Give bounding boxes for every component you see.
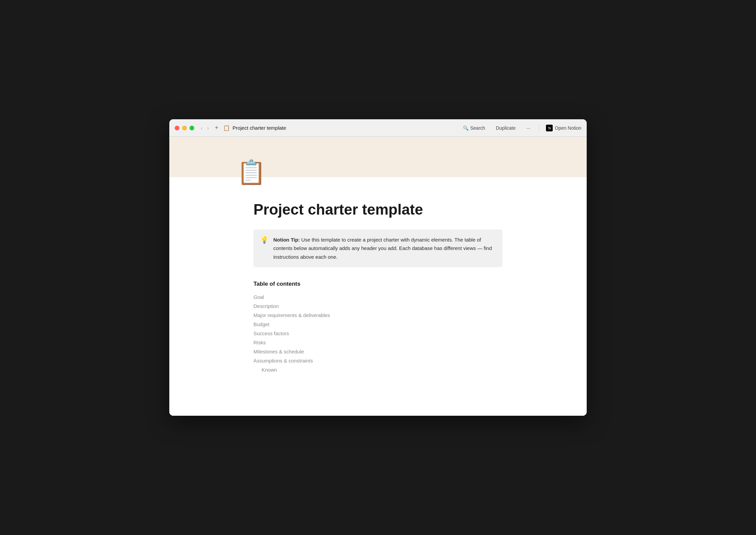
divider <box>539 125 539 131</box>
app-window: ‹ › + 📋 Project charter template 🔍 Searc… <box>169 119 587 416</box>
titlebar-actions: 🔍 Search Duplicate ··· N Open Notion <box>461 124 581 132</box>
search-label: Search <box>470 125 485 131</box>
list-item[interactable]: Description <box>253 302 503 310</box>
duplicate-button[interactable]: Duplicate <box>494 124 517 132</box>
list-item[interactable]: Milestones & schedule <box>253 347 503 356</box>
callout-block: 💡 Notion Tip: Use this template to creat… <box>253 229 503 268</box>
add-button[interactable]: + <box>213 124 220 132</box>
titlebar: ‹ › + 📋 Project charter template 🔍 Searc… <box>169 119 587 137</box>
close-button[interactable] <box>175 126 179 130</box>
cover-area: 📋 <box>169 137 587 177</box>
list-item[interactable]: Known <box>253 366 503 374</box>
page-icon-small: 📋 <box>223 125 230 131</box>
nav-buttons: ‹ › <box>200 125 210 131</box>
callout-icon: 💡 <box>260 236 269 261</box>
page-title: Project charter template <box>253 201 503 219</box>
titlebar-title: Project charter template <box>233 125 461 131</box>
callout-body: Use this template to create a project ch… <box>273 237 492 260</box>
toc-link-budget[interactable]: Budget <box>253 320 503 328</box>
duplicate-label: Duplicate <box>496 125 515 131</box>
toc-link-description[interactable]: Description <box>253 302 503 310</box>
toc-list: Goal Description Major requirements & de… <box>253 293 503 374</box>
toc-link-risks[interactable]: Risks <box>253 338 503 347</box>
page-emoji: 📋 <box>237 160 266 184</box>
toc-link-milestones[interactable]: Milestones & schedule <box>253 347 503 356</box>
toc-link-requirements[interactable]: Major requirements & deliverables <box>253 311 503 319</box>
toc-heading: Table of contents <box>253 281 503 287</box>
toc-link-goal[interactable]: Goal <box>253 293 503 301</box>
open-notion-button[interactable]: N Open Notion <box>546 125 581 131</box>
more-icon: ··· <box>526 125 530 131</box>
callout-bold: Notion Tip: <box>273 237 300 243</box>
list-item[interactable]: Goal <box>253 293 503 301</box>
list-item[interactable]: Major requirements & deliverables <box>253 311 503 319</box>
traffic-lights <box>175 126 194 130</box>
maximize-button[interactable] <box>190 126 194 130</box>
callout-text: Notion Tip: Use this template to create … <box>273 235 496 261</box>
search-button[interactable]: 🔍 Search <box>461 124 487 132</box>
notion-icon: N <box>546 125 553 131</box>
list-item[interactable]: Budget <box>253 320 503 328</box>
open-notion-label: Open Notion <box>555 125 581 131</box>
list-item[interactable]: Success factors <box>253 329 503 338</box>
toc-link-success-factors[interactable]: Success factors <box>253 329 503 338</box>
list-item[interactable]: Risks <box>253 338 503 347</box>
list-item[interactable]: Assumptions & constraints <box>253 356 503 365</box>
content-area[interactable]: 📋 Project charter template 💡 Notion Tip:… <box>169 137 587 416</box>
search-icon: 🔍 <box>463 125 469 131</box>
toc-link-known[interactable]: Known <box>253 366 503 374</box>
minimize-button[interactable] <box>182 126 187 130</box>
back-button[interactable]: ‹ <box>200 125 204 131</box>
page-content: Project charter template 💡 Notion Tip: U… <box>233 177 523 394</box>
toc-section: Table of contents Goal Description Major… <box>253 281 503 374</box>
forward-button[interactable]: › <box>206 125 210 131</box>
toc-link-assumptions[interactable]: Assumptions & constraints <box>253 356 503 365</box>
more-options-button[interactable]: ··· <box>524 124 532 132</box>
